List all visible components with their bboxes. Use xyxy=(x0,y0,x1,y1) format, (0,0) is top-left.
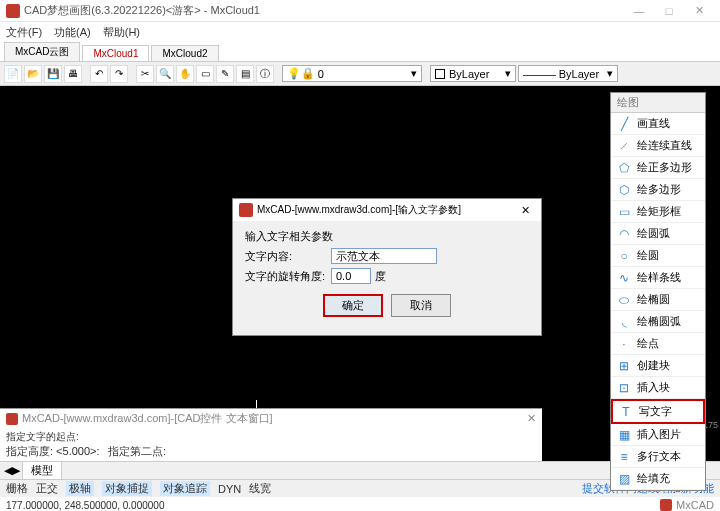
tool-label: 创建块 xyxy=(637,358,670,373)
tool-item-4[interactable]: ▭绘矩形框 xyxy=(611,201,705,223)
tool-item-11[interactable]: ⊞创建块 xyxy=(611,355,705,377)
tool-label: 画直线 xyxy=(637,116,670,131)
coordinate-readout: 177.000000, 248.500000, 0.000000 xyxy=(6,500,165,511)
tool-item-14[interactable]: ▦插入图片 xyxy=(611,424,705,446)
text-content-input[interactable] xyxy=(331,248,437,264)
minimize-button[interactable]: — xyxy=(624,5,654,17)
tool-label: 绘椭圆弧 xyxy=(637,314,681,329)
tool-icon: ⊡ xyxy=(617,381,631,395)
select-icon[interactable]: ▭ xyxy=(196,65,214,83)
modeltab-nav-right[interactable]: ▶ xyxy=(12,464,20,477)
tool-icon: ⟋ xyxy=(617,139,631,153)
tool-icon: · xyxy=(617,337,631,351)
dialog-titlebar[interactable]: MxCAD-[www.mxdraw3d.com]-[输入文字参数] ✕ xyxy=(233,199,541,221)
cut-icon[interactable]: ✂ xyxy=(136,65,154,83)
dialog-logo-icon xyxy=(239,203,253,217)
tab-mxcad-cloud[interactable]: MxCAD云图 xyxy=(4,42,80,61)
tool-label: 绘矩形框 xyxy=(637,204,681,219)
tool-item-1[interactable]: ⟋绘连续直线 xyxy=(611,135,705,157)
tool-label: 绘点 xyxy=(637,336,659,351)
window-title: CAD梦想画图(6.3.20221226)<游客> - MxCloud1 xyxy=(24,3,624,18)
layer-icon[interactable]: ▤ xyxy=(236,65,254,83)
cancel-button[interactable]: 取消 xyxy=(391,294,451,317)
text-angle-label: 文字的旋转角度: xyxy=(245,269,327,284)
tool-item-9[interactable]: ◟绘椭圆弧 xyxy=(611,311,705,333)
status-osnap[interactable]: 对象捕捉 xyxy=(102,481,152,496)
dialog-section-label: 输入文字相关参数 xyxy=(245,229,529,244)
tool-icon: ▦ xyxy=(617,428,631,442)
tool-label: 绘正多边形 xyxy=(637,160,692,175)
tool-label: 多行文本 xyxy=(637,449,681,464)
close-button[interactable]: ✕ xyxy=(684,4,714,17)
tool-label: 绘填充 xyxy=(637,471,670,486)
menu-file[interactable]: 文件(F) xyxy=(6,25,42,40)
status-ortho[interactable]: 正交 xyxy=(36,481,58,496)
dialog-close-button[interactable]: ✕ xyxy=(515,204,535,217)
tool-label: 绘样条线 xyxy=(637,270,681,285)
status-polar[interactable]: 极轴 xyxy=(66,481,94,496)
tool-icon: ◟ xyxy=(617,315,631,329)
text-angle-input[interactable] xyxy=(331,268,371,284)
tool-item-5[interactable]: ◠绘圆弧 xyxy=(611,223,705,245)
status-otrack[interactable]: 对象追踪 xyxy=(160,481,210,496)
tool-icon: ╱ xyxy=(617,117,631,131)
tool-label: 绘连续直线 xyxy=(637,138,692,153)
tool-item-3[interactable]: ⬡绘多边形 xyxy=(611,179,705,201)
print-icon[interactable]: 🖶 xyxy=(64,65,82,83)
tool-icon: ⊞ xyxy=(617,359,631,373)
modeltab-nav-left[interactable]: ◀ xyxy=(4,464,12,477)
tool-item-7[interactable]: ∿绘样条线 xyxy=(611,267,705,289)
draw-tool-panel: 绘图 ╱画直线⟋绘连续直线⬠绘正多边形⬡绘多边形▭绘矩形框◠绘圆弧○绘圆∿绘样条… xyxy=(610,92,706,491)
command-panel-title[interactable]: MxCAD-[www.mxdraw3d.com]-[CAD控件 文本窗口] ✕ xyxy=(0,409,542,428)
maximize-button[interactable]: □ xyxy=(654,5,684,17)
open-icon[interactable]: 📂 xyxy=(24,65,42,83)
tool-item-13[interactable]: T写文字 xyxy=(611,399,705,424)
tool-icon: ○ xyxy=(617,249,631,263)
layer-dropdown[interactable]: 💡🔒 0▾ xyxy=(282,65,422,82)
info-icon[interactable]: ⓘ xyxy=(256,65,274,83)
app-logo-icon xyxy=(6,4,20,18)
tool-item-0[interactable]: ╱画直线 xyxy=(611,113,705,135)
tool-icon: ≡ xyxy=(617,450,631,464)
text-content-label: 文字内容: xyxy=(245,249,327,264)
tool-item-10[interactable]: ·绘点 xyxy=(611,333,705,355)
tool-item-6[interactable]: ○绘圆 xyxy=(611,245,705,267)
tool-icon: ⬠ xyxy=(617,161,631,175)
angle-unit-label: 度 xyxy=(375,269,386,284)
edit-icon[interactable]: ✎ xyxy=(216,65,234,83)
status-grid[interactable]: 栅格 xyxy=(6,481,28,496)
tool-item-2[interactable]: ⬠绘正多边形 xyxy=(611,157,705,179)
zoom-icon[interactable]: 🔍 xyxy=(156,65,174,83)
tool-icon: ▭ xyxy=(617,205,631,219)
tool-icon: ∿ xyxy=(617,271,631,285)
menu-function[interactable]: 功能(A) xyxy=(54,25,91,40)
brand-logo-icon xyxy=(660,499,672,511)
cmd-logo-icon xyxy=(6,413,18,425)
tool-item-8[interactable]: ⬭绘椭圆 xyxy=(611,289,705,311)
new-icon[interactable]: 📄 xyxy=(4,65,22,83)
cmd-close-icon[interactable]: ✕ xyxy=(527,412,536,425)
linetype-dropdown[interactable]: ——— ByLayer▾ xyxy=(518,65,618,82)
tab-mxcloud1[interactable]: MxCloud1 xyxy=(82,45,149,61)
ok-button[interactable]: 确定 xyxy=(323,294,383,317)
tool-label: 写文字 xyxy=(639,404,672,419)
tool-label: 绘圆 xyxy=(637,248,659,263)
menu-bar: 文件(F) 功能(A) 帮助(H) xyxy=(0,22,720,42)
save-icon[interactable]: 💾 xyxy=(44,65,62,83)
menu-help[interactable]: 帮助(H) xyxy=(103,25,140,40)
document-tabs: MxCAD云图 MxCloud1 MxCloud2 xyxy=(0,42,720,62)
main-toolbar: 📄 📂 💾 🖶 ↶ ↷ ✂ 🔍 ✋ ▭ ✎ ▤ ⓘ 💡🔒 0▾ ByLayer▾… xyxy=(0,62,720,86)
cmd-line-2[interactable]: 指定高度: <5.000>: 指定第二点: xyxy=(6,444,536,459)
tool-label: 绘圆弧 xyxy=(637,226,670,241)
tool-item-16[interactable]: ▨绘填充 xyxy=(611,468,705,490)
tool-item-15[interactable]: ≡多行文本 xyxy=(611,446,705,468)
redo-icon[interactable]: ↷ xyxy=(110,65,128,83)
model-tab[interactable]: 模型 xyxy=(22,461,62,480)
status-lineweight[interactable]: 线宽 xyxy=(249,481,271,496)
tool-item-12[interactable]: ⊡插入块 xyxy=(611,377,705,399)
status-dyn[interactable]: DYN xyxy=(218,483,241,495)
pan-icon[interactable]: ✋ xyxy=(176,65,194,83)
tab-mxcloud2[interactable]: MxCloud2 xyxy=(151,45,218,61)
undo-icon[interactable]: ↶ xyxy=(90,65,108,83)
color-dropdown[interactable]: ByLayer▾ xyxy=(430,65,516,82)
